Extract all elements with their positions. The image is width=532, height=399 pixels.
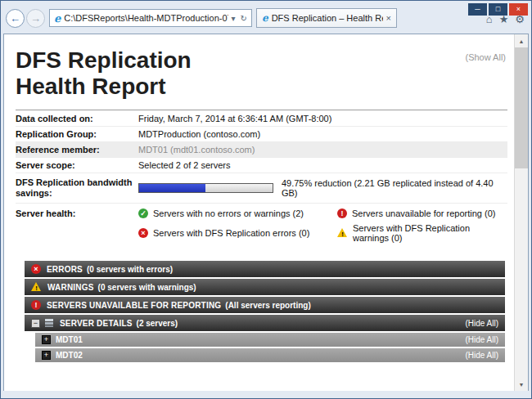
field-value: MDT01 (mdt01.contoso.com) bbox=[138, 145, 255, 155]
section-title: ERRORS bbox=[47, 265, 83, 274]
tab-close-icon[interactable]: × bbox=[386, 13, 391, 23]
tab-title: DFS Replication – Health Re... bbox=[272, 13, 383, 23]
section-warnings[interactable]: ! WARNINGS (0 servers with warnings) bbox=[25, 279, 505, 295]
expand-icon[interactable]: + bbox=[42, 335, 51, 344]
server-row-mdt02[interactable]: + MDT02 (Hide All) bbox=[35, 348, 505, 362]
server-icon bbox=[44, 318, 54, 328]
bandwidth-label-line2: savings: bbox=[16, 188, 52, 198]
hide-all-link[interactable]: (Hide All) bbox=[465, 351, 498, 360]
yellow-warning-icon: ! bbox=[337, 228, 348, 238]
info-row-reference-member: Reference member: MDT01 (mdt01.contoso.c… bbox=[16, 142, 507, 158]
navigation-bar: ← → e C:\DFSReports\Health-MDTProduction… bbox=[6, 8, 477, 28]
chrome-toolbar-icons: ⌂ ★ ⚙ bbox=[486, 13, 525, 25]
title-divider bbox=[16, 110, 507, 110]
section-unavailable[interactable]: ! SERVERS UNAVAILABLE FOR REPORTING (All… bbox=[25, 297, 505, 313]
green-check-icon: ✓ bbox=[138, 208, 148, 218]
bandwidth-label-line1: DFS Replication bandwidth bbox=[16, 177, 132, 187]
window-bottom-frame bbox=[1, 391, 531, 398]
favorites-icon[interactable]: ★ bbox=[499, 13, 509, 25]
server-name: MDT02 bbox=[56, 351, 83, 360]
section-detail: (2 servers) bbox=[137, 319, 178, 328]
bandwidth-progressbar bbox=[138, 183, 273, 193]
section-server-details[interactable]: − SERVER DETAILS (2 servers) (Hide All) bbox=[25, 315, 505, 331]
info-row-bandwidth: DFS Replication bandwidth savings: 49.75… bbox=[16, 173, 507, 204]
hide-all-link[interactable]: (Hide All) bbox=[465, 319, 498, 328]
section-title: WARNINGS bbox=[47, 283, 94, 292]
server-row-mdt01[interactable]: + MDT01 (Hide All) bbox=[35, 333, 505, 347]
browser-window: ─ □ × ← → e C:\DFSReports\Health-MDTProd… bbox=[0, 0, 532, 399]
scroll-down-icon[interactable]: ▼ bbox=[515, 378, 528, 391]
info-row-server-health: Server health: ✓ Servers with no errors … bbox=[16, 204, 507, 251]
address-bar[interactable]: e C:\DFSReports\Health-MDTProduction-07M… bbox=[49, 9, 252, 27]
show-all-link[interactable]: (Show All) bbox=[465, 52, 506, 62]
scrollbar-thumb[interactable] bbox=[515, 47, 528, 168]
red-exclamation-icon: ! bbox=[31, 300, 41, 310]
section-title: SERVERS UNAVAILABLE FOR REPORTING bbox=[47, 301, 221, 310]
section-detail: (All servers reporting) bbox=[225, 301, 310, 310]
bandwidth-progress-fill bbox=[139, 184, 205, 192]
report-sections: × ERRORS (0 servers with errors) ! WARNI… bbox=[25, 261, 505, 362]
hide-all-link[interactable]: (Hide All) bbox=[465, 335, 498, 344]
vertical-scrollbar[interactable]: ▲ ▼ bbox=[514, 34, 528, 391]
page-title-line2: Health Report bbox=[16, 74, 507, 100]
section-errors[interactable]: × ERRORS (0 servers with errors) bbox=[25, 261, 505, 277]
address-text: C:\DFSReports\Health-MDTProduction-07M bbox=[64, 13, 228, 23]
server-name: MDT01 bbox=[56, 335, 83, 344]
settings-icon[interactable]: ⚙ bbox=[515, 13, 525, 25]
maximize-icon: □ bbox=[496, 6, 500, 13]
health-item-unavailable: ! Servers unavailable for reporting (0) bbox=[337, 208, 507, 218]
field-value: Selected 2 of 2 servers bbox=[138, 160, 231, 170]
bandwidth-text: 49.75% reduction (2.21 GB replicated ins… bbox=[282, 178, 507, 198]
red-exclamation-icon: ! bbox=[337, 208, 347, 218]
field-label: Server health: bbox=[16, 208, 138, 218]
red-x-icon: × bbox=[138, 228, 148, 238]
scrollbar-track[interactable] bbox=[515, 168, 528, 378]
health-item-no-errors: ✓ Servers with no errors or warnings (2) bbox=[138, 208, 337, 218]
chevron-down-icon[interactable]: ▾ bbox=[232, 14, 236, 23]
field-value: MDTProduction (contoso.com) bbox=[138, 129, 260, 139]
field-label: Data collected on: bbox=[16, 114, 138, 123]
health-item-text: Servers unavailable for reporting (0) bbox=[352, 208, 495, 218]
collapse-icon[interactable]: − bbox=[31, 319, 40, 328]
field-value: Friday, March 7, 2014 at 6:36:41 AM (GMT… bbox=[138, 114, 331, 123]
report-header: DFS Replication Health Report (Show All) bbox=[16, 47, 507, 110]
yellow-warning-icon: ! bbox=[31, 282, 42, 292]
content-area: DFS Replication Health Report (Show All)… bbox=[3, 34, 529, 391]
field-label: DFS Replication bandwidth savings: bbox=[16, 177, 138, 199]
browser-tab[interactable]: e DFS Replication – Health Re... × bbox=[256, 8, 397, 28]
tab-favicon: e bbox=[262, 12, 268, 24]
health-item-text: Servers with DFS Replication errors (0) bbox=[153, 228, 309, 238]
section-detail: (0 servers with errors) bbox=[87, 265, 173, 274]
health-item-text: Servers with DFS Replication warnings (0… bbox=[353, 223, 507, 243]
forward-icon: → bbox=[30, 12, 41, 25]
browser-chrome: ─ □ × ← → e C:\DFSReports\Health-MDTProd… bbox=[1, 1, 531, 34]
page-title: DFS Replication Health Report bbox=[16, 47, 507, 100]
section-detail: (0 servers with warnings) bbox=[98, 283, 196, 292]
home-icon[interactable]: ⌂ bbox=[486, 13, 493, 25]
ie-favicon: e bbox=[54, 12, 61, 25]
red-x-icon: × bbox=[31, 264, 41, 274]
close-icon: × bbox=[516, 6, 521, 13]
health-item-text: Servers with no errors or warnings (2) bbox=[153, 208, 304, 218]
report-summary: Data collected on: Friday, March 7, 2014… bbox=[16, 111, 507, 251]
back-icon: ← bbox=[10, 12, 20, 25]
info-row-server-scope: Server scope: Selected 2 of 2 servers bbox=[16, 158, 507, 173]
scroll-up-icon[interactable]: ▲ bbox=[515, 34, 528, 47]
field-label: Replication Group: bbox=[16, 129, 138, 139]
field-label: Reference member: bbox=[16, 145, 138, 155]
address-bar-icons: ▾ ↻ bbox=[232, 14, 247, 23]
page-title-line1: DFS Replication bbox=[16, 47, 507, 74]
refresh-icon[interactable]: ↻ bbox=[241, 14, 247, 23]
info-row-data-collected: Data collected on: Friday, March 7, 2014… bbox=[16, 111, 507, 127]
report-page: DFS Replication Health Report (Show All)… bbox=[4, 34, 514, 391]
bandwidth-value: 49.75% reduction (2.21 GB replicated ins… bbox=[138, 178, 507, 198]
forward-button[interactable]: → bbox=[26, 9, 45, 28]
field-label: Server scope: bbox=[16, 160, 138, 170]
server-health-grid: ✓ Servers with no errors or warnings (2)… bbox=[138, 208, 507, 243]
health-item-warnings: ! Servers with DFS Replication warnings … bbox=[337, 223, 507, 243]
section-title: SERVER DETAILS bbox=[60, 319, 133, 328]
expand-icon[interactable]: + bbox=[42, 351, 51, 360]
back-button[interactable]: ← bbox=[6, 9, 25, 28]
health-item-errors: × Servers with DFS Replication errors (0… bbox=[138, 223, 337, 243]
info-row-replication-group: Replication Group: MDTProduction (contos… bbox=[16, 127, 507, 142]
